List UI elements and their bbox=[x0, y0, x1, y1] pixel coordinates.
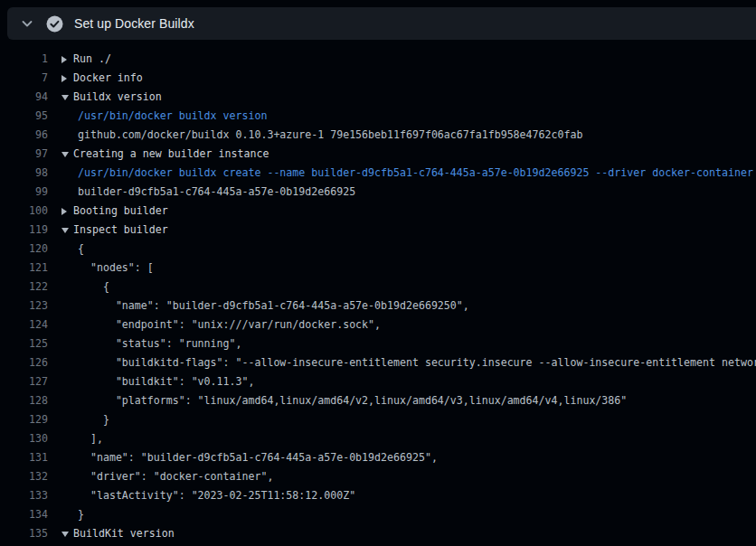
output-text: "driver": "docker-container", bbox=[61, 467, 273, 486]
line-number[interactable]: 134 bbox=[0, 505, 48, 524]
log-line: 122 { bbox=[0, 278, 756, 297]
step-header[interactable]: Set up Docker Buildx bbox=[7, 7, 756, 40]
line-number[interactable]: 135 bbox=[0, 524, 48, 543]
output-text: { bbox=[61, 240, 84, 259]
group-label: Run ./ bbox=[73, 50, 111, 69]
group-label: Inspect builder bbox=[73, 221, 168, 240]
triangle-right-icon[interactable] bbox=[61, 208, 73, 215]
log-line: 130 ], bbox=[0, 429, 756, 448]
log-line: 129 } bbox=[0, 410, 756, 429]
output-text: "name": "builder-d9cfb5a1-c764-445a-a57e… bbox=[61, 448, 438, 467]
log-line: 126 "buildkitd-flags": "--allow-insecure… bbox=[0, 353, 756, 372]
log-line: 128 "platforms": "linux/amd64,linux/amd6… bbox=[0, 391, 756, 410]
line-number[interactable]: 126 bbox=[0, 353, 48, 372]
output-text: "platforms": "linux/amd64,linux/amd64/v2… bbox=[61, 391, 627, 410]
line-number[interactable]: 130 bbox=[0, 429, 48, 448]
line-number[interactable]: 123 bbox=[0, 297, 48, 315]
group-label: Creating a new builder instance bbox=[73, 145, 269, 164]
output-text: } bbox=[61, 505, 84, 524]
log-line: 131 "name": "builder-d9cfb5a1-c764-445a-… bbox=[0, 448, 756, 467]
group-label: BuildKit version bbox=[73, 524, 175, 543]
log-line: 99builder-d9cfb5a1-c764-445a-a57e-0b19d2… bbox=[0, 183, 756, 202]
output-text: "status": "running", bbox=[61, 334, 241, 353]
command-text: /usr/bin/docker buildx version bbox=[61, 107, 267, 126]
group-label: Booting builder bbox=[73, 202, 168, 221]
line-number[interactable]: 7 bbox=[0, 69, 48, 88]
log-line: 127 "buildkit": "v0.11.3", bbox=[0, 372, 756, 391]
group-label: Buildx version bbox=[73, 88, 162, 107]
line-number[interactable]: 121 bbox=[0, 259, 48, 278]
log-line: 120{ bbox=[0, 240, 756, 259]
line-number[interactable]: 100 bbox=[0, 202, 48, 221]
line-number[interactable]: 1 bbox=[0, 50, 48, 69]
line-number[interactable]: 131 bbox=[0, 448, 48, 467]
line-number[interactable]: 133 bbox=[0, 486, 48, 505]
output-text: "endpoint": "unix:///var/run/docker.sock… bbox=[61, 315, 381, 334]
log-line: 125 "status": "running", bbox=[0, 334, 756, 353]
line-number[interactable]: 129 bbox=[0, 410, 48, 429]
log-line: 96github.com/docker/buildx 0.10.3+azure-… bbox=[0, 126, 756, 145]
line-number[interactable]: 97 bbox=[0, 145, 48, 164]
log-view: 1Run ./7Docker info94Buildx version95/us… bbox=[0, 40, 756, 546]
log-line: 133 "lastActivity": "2023-02-25T11:58:12… bbox=[0, 486, 756, 505]
output-text: "buildkitd-flags": "--allow-insecure-ent… bbox=[61, 353, 756, 372]
triangle-down-icon[interactable] bbox=[61, 95, 73, 100]
line-number[interactable]: 120 bbox=[0, 240, 48, 259]
line-number[interactable]: 127 bbox=[0, 372, 48, 391]
log-line: 124 "endpoint": "unix:///var/run/docker.… bbox=[0, 315, 756, 334]
triangle-right-icon[interactable] bbox=[61, 75, 73, 82]
output-text: "lastActivity": "2023-02-25T11:58:12.000… bbox=[61, 486, 355, 505]
line-number[interactable]: 132 bbox=[0, 467, 48, 486]
line-number[interactable]: 124 bbox=[0, 315, 48, 334]
output-text: github.com/docker/buildx 0.10.3+azure-1 … bbox=[61, 126, 582, 145]
triangle-down-icon[interactable] bbox=[61, 152, 73, 157]
line-number[interactable]: 99 bbox=[0, 183, 48, 202]
triangle-right-icon[interactable] bbox=[61, 56, 73, 63]
group-label: Docker info bbox=[73, 69, 143, 88]
chevron-down-icon[interactable] bbox=[16, 13, 38, 34]
triangle-down-icon[interactable] bbox=[61, 532, 73, 537]
line-number[interactable]: 122 bbox=[0, 278, 48, 297]
output-text: { bbox=[61, 278, 109, 297]
command-text: /usr/bin/docker buildx create --name bui… bbox=[61, 164, 753, 183]
line-number[interactable]: 94 bbox=[0, 88, 48, 107]
log-line: 121 "nodes": [ bbox=[0, 259, 756, 278]
line-number[interactable]: 119 bbox=[0, 221, 48, 240]
log-line: 132 "driver": "docker-container", bbox=[0, 467, 756, 486]
log-group-row[interactable]: 7Docker info bbox=[0, 69, 756, 88]
log-group-row[interactable]: 97Creating a new builder instance bbox=[0, 145, 756, 164]
step-title: Set up Docker Buildx bbox=[74, 16, 194, 31]
output-text: builder-d9cfb5a1-c764-445a-a57e-0b19d2e6… bbox=[61, 183, 355, 202]
output-text: "name": "builder-d9cfb5a1-c764-445a-a57e… bbox=[61, 297, 469, 315]
line-number[interactable]: 128 bbox=[0, 391, 48, 410]
line-number[interactable]: 98 bbox=[0, 164, 48, 183]
log-group-row[interactable]: 119Inspect builder bbox=[0, 221, 756, 240]
line-number[interactable]: 95 bbox=[0, 107, 48, 126]
log-group-row[interactable]: 94Buildx version bbox=[0, 88, 756, 107]
log-group-row[interactable]: 135BuildKit version bbox=[0, 524, 756, 543]
check-circle-icon bbox=[46, 15, 63, 33]
line-number[interactable]: 125 bbox=[0, 334, 48, 353]
triangle-down-icon[interactable] bbox=[61, 228, 73, 233]
log-line: 134} bbox=[0, 505, 756, 524]
line-number[interactable]: 96 bbox=[0, 126, 48, 145]
output-text: "nodes": [ bbox=[61, 259, 154, 278]
output-text: ], bbox=[61, 429, 103, 448]
output-text: "buildkit": "v0.11.3", bbox=[61, 372, 254, 391]
log-line: 98/usr/bin/docker buildx create --name b… bbox=[0, 164, 756, 183]
log-line: 95/usr/bin/docker buildx version bbox=[0, 107, 756, 126]
log-line: 123 "name": "builder-d9cfb5a1-c764-445a-… bbox=[0, 297, 756, 315]
log-group-row[interactable]: 1Run ./ bbox=[0, 50, 756, 69]
log-group-row[interactable]: 100Booting builder bbox=[0, 202, 756, 221]
output-text: } bbox=[61, 410, 109, 429]
